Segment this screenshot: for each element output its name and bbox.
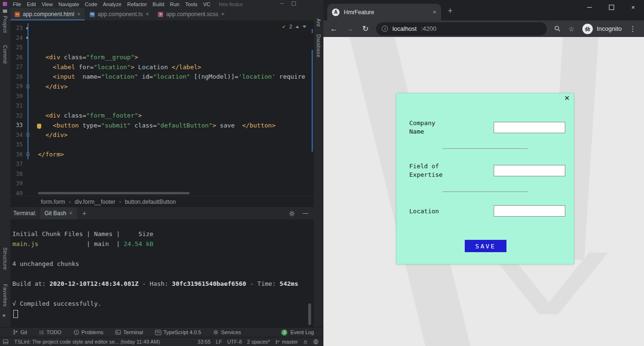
problems-icon	[74, 329, 79, 335]
breadcrumb-item[interactable]: form.form	[41, 199, 65, 205]
menu-item-file[interactable]: File	[10, 1, 24, 7]
code-text[interactable]: </div>	[32, 131, 314, 138]
statusbar-event-log[interactable]: 2 Event Log	[281, 329, 314, 336]
stripe-project[interactable]: Project	[2, 16, 8, 33]
menu-item-edit[interactable]: Edit	[24, 1, 39, 7]
refresh-button[interactable]: ↻	[359, 24, 371, 33]
intention-bulb-icon[interactable]	[37, 124, 41, 128]
terminal-cursor	[13, 310, 18, 318]
editor-line: 29 </div>	[10, 82, 314, 91]
forward-button[interactable]: →	[343, 25, 357, 33]
tab-close-icon[interactable]: ×	[77, 11, 81, 18]
maximize-button[interactable]	[600, 0, 622, 14]
lock-icon[interactable]	[303, 339, 308, 345]
code-indent	[38, 131, 46, 138]
stripe-ant[interactable]: Ant	[316, 18, 322, 27]
stripe-commit[interactable]: Commit	[2, 45, 8, 64]
stripe-structure[interactable]: Structure	[2, 247, 8, 270]
tab-close-icon[interactable]: ×	[221, 11, 224, 18]
new-terminal-icon[interactable]: +	[81, 209, 88, 217]
menu-item-vc[interactable]: VC	[200, 1, 213, 7]
address-bar[interactable]: localhost:4200	[376, 22, 546, 36]
code-token: type	[79, 122, 97, 129]
code-text[interactable]: <label for="location"> Location </label>	[32, 64, 314, 71]
location-input[interactable]	[494, 205, 565, 217]
minimize-button[interactable]	[579, 0, 600, 14]
line-number: 23	[10, 25, 23, 31]
terminal-settings-gear-icon[interactable]	[289, 210, 295, 217]
bookmark-star-icon[interactable]: ☆	[566, 25, 577, 33]
modal-close-icon[interactable]: ×	[564, 93, 570, 103]
statusbar-services[interactable]: Services	[213, 329, 241, 335]
tab-close-icon[interactable]: ×	[432, 9, 436, 16]
code-indent	[38, 64, 53, 71]
breadcrumb-item[interactable]: div.form__footer	[74, 199, 115, 205]
tab-app-component-ts[interactable]: app.component.ts ×	[85, 8, 154, 20]
dock-panel-icon[interactable]	[3, 339, 9, 345]
code-editor[interactable]: 23▸24▸2526 <div class="form__group">27 <…	[10, 20, 314, 196]
code-text[interactable]: <button type="submit" class="defaultButt…	[32, 122, 314, 129]
stripe-database[interactable]: Database	[316, 34, 322, 58]
editor-scroll-marker[interactable]	[312, 50, 313, 152]
inspections-widget[interactable]: ✔ 2	[282, 24, 306, 29]
save-button[interactable]: SAVE	[465, 240, 506, 252]
line-number: 38	[10, 171, 23, 177]
code-text[interactable]: <div class="form__group">	[32, 54, 314, 61]
url-host: localhost	[392, 25, 416, 32]
ide-minimize-icon[interactable]	[280, 3, 284, 4]
stripe-favorites[interactable]: Favorites	[2, 284, 8, 307]
field-of-expertise-input[interactable]	[494, 165, 565, 176]
terminal-tab-close-icon[interactable]: ×	[69, 210, 73, 217]
site-info-icon[interactable]	[382, 26, 388, 32]
back-button[interactable]: ←	[327, 25, 340, 33]
tool-label: Terminal	[123, 329, 143, 335]
terminal-hide-icon[interactable]: —	[303, 210, 308, 217]
caret-position[interactable]: 33:55	[198, 339, 211, 345]
breadcrumb-item[interactable]: button.defaultButton	[125, 199, 175, 205]
terminal-icon	[115, 329, 121, 335]
horizontal-scrollbar[interactable]	[38, 192, 190, 194]
code-text[interactable]: </form>	[32, 151, 314, 158]
menu-item-refactor[interactable]: Refactor	[124, 1, 150, 7]
company-name-input[interactable]	[494, 122, 565, 133]
menu-item-view[interactable]: View	[39, 1, 56, 7]
menu-item-run[interactable]: Run	[167, 1, 182, 7]
favorites-star-icon[interactable]: ★	[2, 313, 6, 318]
tab-app-component-html[interactable]: app.component.html ×	[10, 8, 85, 20]
terminal-panel[interactable]: Initial Chunk Files | Names | Sizemain.j…	[10, 219, 314, 327]
indent-setting[interactable]: 2 spaces*	[247, 339, 270, 345]
tab-app-component-scss[interactable]: app.component.scss ×	[154, 8, 229, 20]
prev-problem-icon[interactable]	[295, 26, 299, 28]
tab-close-icon[interactable]: ×	[146, 11, 149, 18]
menu-item-navigate[interactable]: Navigate	[55, 1, 82, 7]
new-tab-button[interactable]: +	[448, 7, 453, 15]
line-separator[interactable]: LF	[216, 339, 222, 345]
git-branch-widget[interactable]: master	[275, 339, 298, 345]
terminal-tab-gitbash[interactable]: Git Bash ×	[40, 207, 77, 219]
code-text[interactable]: <input name="location" id="location" [(n…	[32, 73, 314, 80]
globe-icon[interactable]	[313, 339, 319, 345]
next-problem-icon[interactable]	[303, 26, 306, 28]
file-encoding[interactable]: UTF-8	[227, 339, 242, 345]
menu-item-build[interactable]: Build	[150, 1, 167, 7]
code-text[interactable]: </div>	[32, 83, 314, 90]
statusbar-git[interactable]: Git	[13, 329, 27, 335]
code-token: =	[83, 112, 86, 119]
browser-tab[interactable]: A HmrFeature ×	[327, 4, 441, 20]
code-text[interactable]: <div class="form__footer">	[32, 112, 314, 119]
zoom-icon[interactable]	[552, 25, 563, 32]
menu-item-code[interactable]: Code	[82, 1, 100, 7]
statusbar-todo[interactable]: TODO	[39, 329, 62, 335]
inspection-count: 2	[289, 24, 292, 29]
close-button[interactable]: ×	[622, 0, 644, 14]
code-token: <input	[53, 73, 75, 80]
statusbar-problems[interactable]: Problems	[74, 329, 103, 335]
statusbar-terminal[interactable]: Terminal	[115, 329, 143, 335]
browser-menu-icon[interactable]: ⋮	[627, 25, 640, 33]
menu-item-tools[interactable]: Tools	[182, 1, 200, 7]
statusbar-typescript[interactable]: TypeScript 4.0.5	[155, 329, 202, 335]
ide-maximize-icon[interactable]	[292, 1, 296, 6]
menu-item-analyze[interactable]: Analyze	[100, 1, 124, 7]
tool-label: TODO	[46, 329, 62, 335]
terminal-scrollbar[interactable]	[308, 303, 311, 325]
